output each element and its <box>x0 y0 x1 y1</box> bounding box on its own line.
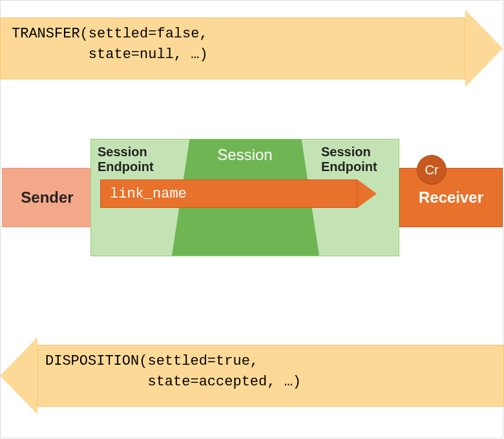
credit-badge: Cr <box>417 155 446 185</box>
link-arrow: link_name <box>100 179 378 208</box>
sender-label: Sender <box>21 189 73 207</box>
sender-node: Sender <box>2 168 92 227</box>
session-endpoint-left-l2: Endpoint <box>98 159 154 174</box>
arrow-right-icon <box>357 179 377 208</box>
disposition-line2: state=accepted, …) <box>45 374 301 390</box>
disposition-text: DISPOSITION(settled=true, state=accepted… <box>45 351 301 393</box>
disposition-line1: DISPOSITION(settled=true, <box>45 353 258 369</box>
transfer-text: TRANSFER(settled=false, state=null, …) <box>12 24 208 65</box>
transfer-arrow: TRANSFER(settled=false, state=null, …) <box>0 10 504 87</box>
transfer-line1: TRANSFER(settled=false, <box>12 26 208 42</box>
credit-abbrev: Cr <box>425 163 438 178</box>
receiver-node: Receiver <box>399 168 503 227</box>
transfer-line2: state=null, …) <box>12 46 208 63</box>
link-arrow-body: link_name <box>100 179 357 208</box>
link-name-label: link_name <box>110 186 187 202</box>
session-endpoint-right-l2: Endpoint <box>321 159 377 174</box>
receiver-label: Receiver <box>419 189 483 207</box>
arrow-left-icon <box>0 337 37 414</box>
arrow-right-icon <box>465 10 503 87</box>
session-endpoint-left-l1: Session <box>98 145 147 159</box>
session-endpoint-left: Session Endpoint <box>98 145 169 174</box>
session-endpoint-right-l1: Session <box>321 145 371 159</box>
disposition-arrow: DISPOSITION(settled=true, state=accepted… <box>0 337 504 414</box>
session-endpoint-right: Session Endpoint <box>321 145 392 174</box>
